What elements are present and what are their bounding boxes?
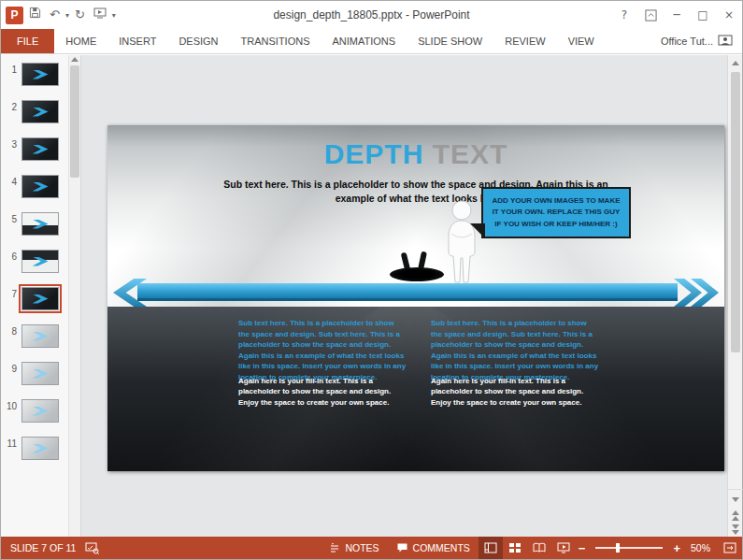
slide-thumbnail[interactable] xyxy=(21,63,59,86)
placeholder-text-white[interactable]: Again here is your fill-in text. This is… xyxy=(238,376,407,409)
tab-transitions[interactable]: TRANSITIONS xyxy=(230,29,321,53)
slide-number: 9 xyxy=(5,362,17,374)
slideshow-view-button[interactable] xyxy=(551,537,576,559)
thumbnail-slide-4[interactable]: 4 xyxy=(1,175,68,212)
close-button[interactable]: × xyxy=(716,1,742,29)
scroll-up-icon[interactable] xyxy=(71,57,79,62)
notes-button[interactable]: NOTES xyxy=(321,537,387,559)
undo-icon[interactable]: ↶ xyxy=(47,6,63,24)
hole-shape[interactable] xyxy=(390,267,444,281)
thumbnail-slide-2[interactable]: 2 xyxy=(1,100,68,137)
zoom-in-button[interactable]: + xyxy=(670,541,683,555)
slide-thumbnail[interactable] xyxy=(21,362,59,385)
thumbnail-slide-5[interactable]: 5 xyxy=(1,212,68,250)
slide-thumbnail[interactable] xyxy=(21,137,59,161)
slide-title[interactable]: DEPTH TEXT xyxy=(107,138,724,170)
thumbnail-slide-9[interactable]: 9 xyxy=(1,362,68,399)
notes-label: NOTES xyxy=(345,542,379,553)
arrow-icon xyxy=(33,407,49,416)
slide-thumbnail-selected[interactable] xyxy=(21,287,59,310)
help-button[interactable]: ? xyxy=(611,1,637,29)
comments-button[interactable]: COMMENTS xyxy=(388,537,479,559)
thumbnail-slide-1[interactable]: 1 xyxy=(1,63,68,100)
tab-review[interactable]: REVIEW xyxy=(493,29,556,53)
start-slideshow-icon[interactable] xyxy=(91,6,109,24)
scrollbar-thumb[interactable] xyxy=(70,65,79,178)
reading-view-button[interactable] xyxy=(527,537,551,559)
tab-slideshow[interactable]: SLIDE SHOW xyxy=(407,29,493,53)
powerpoint-logo-icon[interactable]: P xyxy=(6,7,23,24)
text-column-left[interactable]: Sub text here. This is a placeholder to … xyxy=(238,318,407,408)
tab-home[interactable]: HOME xyxy=(54,29,107,53)
tab-design[interactable]: DESIGN xyxy=(167,29,229,53)
scroll-down-icon[interactable] xyxy=(728,492,743,507)
zoom-slider-thumb[interactable] xyxy=(616,543,620,553)
placeholder-text-blue[interactable]: Sub text here. This is a placeholder to … xyxy=(238,318,407,383)
minimize-button[interactable]: ─ xyxy=(664,1,690,29)
comments-label: COMMENTS xyxy=(413,542,470,553)
arrow-icon xyxy=(33,70,49,79)
banner-bar xyxy=(137,283,678,301)
tab-file[interactable]: FILE xyxy=(1,29,54,53)
thumbnail-slide-3[interactable]: 3 xyxy=(1,137,68,175)
slide-thumbnail[interactable] xyxy=(21,324,59,348)
callout-shape[interactable]: ADD YOUR OWN IMAGES TO MAKE IT YOUR OWN.… xyxy=(481,187,631,238)
text-column-right[interactable]: Sub text here. This is a placeholder to … xyxy=(431,318,599,408)
zoom-out-button[interactable]: − xyxy=(576,541,589,555)
arrow-banner-shape[interactable] xyxy=(113,280,719,307)
save-icon[interactable] xyxy=(26,6,44,24)
placeholder-text-white[interactable]: Again here is your fill-in text. This is… xyxy=(431,376,599,409)
slide-7-canvas[interactable]: DEPTH TEXT Sub text here. This is a plac… xyxy=(107,125,724,471)
slide-number: 10 xyxy=(5,399,17,411)
arrow-icon xyxy=(33,332,49,341)
slide-thumbnail[interactable] xyxy=(21,212,59,236)
thumbnail-slide-8[interactable]: 8 xyxy=(1,324,68,362)
slide-thumbnail[interactable] xyxy=(21,437,59,460)
placeholder-text-blue[interactable]: Sub text here. This is a placeholder to … xyxy=(431,318,599,383)
scrollbar-track[interactable] xyxy=(728,70,743,489)
slide-sorter-view-button[interactable] xyxy=(503,537,527,559)
slide-thumbnail[interactable] xyxy=(21,100,59,123)
title-depth: DEPTH xyxy=(324,138,424,169)
title-bar: P ↶ ▾ ↻ ▾ design_depth_18805.pptx - Powe… xyxy=(1,1,742,29)
status-right: NOTES COMMENTS − + 50% xyxy=(321,537,742,559)
slide-thumbnail[interactable] xyxy=(21,175,59,198)
thumbnail-slide-7[interactable]: 7 xyxy=(1,287,68,324)
stick-figure-image[interactable] xyxy=(442,200,481,290)
thumbnail-slide-11[interactable]: 11 xyxy=(1,437,68,474)
ribbon-tab-bar: FILE HOME INSERT DESIGN TRANSITIONS ANIM… xyxy=(1,29,742,54)
slide-number: 7 xyxy=(5,287,17,299)
status-left: SLIDE 7 OF 11 xyxy=(1,542,99,554)
body-text-columns: Sub text here. This is a placeholder to … xyxy=(238,318,599,408)
scrollbar-thumb[interactable] xyxy=(731,72,740,352)
customize-quick-access-icon[interactable]: ▾ xyxy=(112,11,116,20)
thumbnail-slide-10[interactable]: 10 xyxy=(1,399,68,437)
tab-animations[interactable]: ANIMATIONS xyxy=(321,29,407,53)
slide-number: 1 xyxy=(5,63,17,75)
next-slide-button[interactable] xyxy=(732,524,739,535)
normal-view-button[interactable] xyxy=(479,537,503,559)
fit-slide-to-window-button[interactable] xyxy=(718,537,742,559)
arrow-icon xyxy=(33,220,49,229)
slide-thumbnail[interactable] xyxy=(21,399,59,423)
thumbnail-scrollbar[interactable] xyxy=(68,55,81,537)
account-menu[interactable]: Office Tut... xyxy=(661,29,742,53)
vertical-scrollbar[interactable] xyxy=(727,55,742,537)
arrow-icon xyxy=(33,369,49,379)
redo-icon[interactable]: ↻ xyxy=(72,6,88,24)
thumbnail-slide-6[interactable]: 6 xyxy=(1,250,68,287)
comments-icon xyxy=(396,542,408,553)
zoom-slider[interactable] xyxy=(595,547,663,549)
slide-number: 3 xyxy=(5,137,17,150)
slide-thumbnail[interactable] xyxy=(21,250,59,273)
maximize-button[interactable]: □ xyxy=(690,1,716,29)
arrow-icon xyxy=(33,108,49,117)
ribbon-display-options-button[interactable] xyxy=(637,1,664,29)
spell-check-icon[interactable] xyxy=(85,542,99,554)
previous-slide-button[interactable] xyxy=(732,510,739,521)
undo-dropdown-icon[interactable]: ▾ xyxy=(65,11,69,20)
tab-insert[interactable]: INSERT xyxy=(107,29,167,53)
scroll-up-icon[interactable] xyxy=(728,55,743,70)
zoom-level[interactable]: 50% xyxy=(683,542,718,553)
tab-view[interactable]: VIEW xyxy=(557,29,606,53)
